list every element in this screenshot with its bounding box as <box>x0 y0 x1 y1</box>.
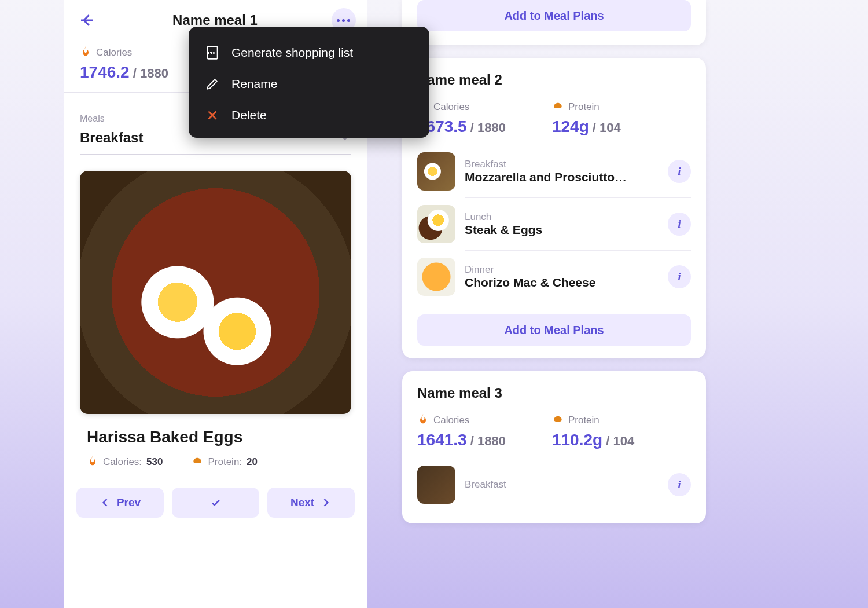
menu-delete[interactable]: Delete <box>203 100 415 131</box>
flame-icon <box>417 413 429 427</box>
next-label: Next <box>290 496 314 509</box>
prev-label: Prev <box>117 496 141 509</box>
protein-stat: Protein 124g / 104 <box>552 100 621 136</box>
meal-name: Steak & Eggs <box>465 223 659 237</box>
calories-denom: / 1880 <box>130 66 168 80</box>
info-button[interactable]: i <box>668 473 691 496</box>
menu-rename[interactable]: Rename <box>203 68 415 100</box>
recipe-cal-label: Calories: <box>103 456 142 468</box>
prev-button[interactable]: Prev <box>76 488 164 518</box>
flame-icon <box>80 45 91 60</box>
recipe-pro-label: Protein: <box>208 456 242 468</box>
add-to-meal-plans-button[interactable]: Add to Meal Plans <box>417 0 691 31</box>
calories-label: Calories <box>433 101 469 113</box>
x-icon <box>205 108 220 123</box>
meal-list-item[interactable]: Dinner Chorizo Mac & Cheese i <box>465 250 691 303</box>
meal-plan-card-partial: Add to Meal Plans <box>402 0 706 45</box>
recipe-image <box>80 171 351 414</box>
more-icon <box>337 19 350 22</box>
meal-plan-card: Name meal 2 Calories 1673.5 / 1880 Prote… <box>402 58 706 358</box>
menu-generate-shopping-list[interactable]: PDF Generate shopping list <box>203 37 415 68</box>
chevron-right-icon <box>320 497 332 508</box>
check-icon <box>210 497 222 508</box>
meal-type-label: Breakfast <box>465 159 659 170</box>
protein-icon <box>552 413 564 427</box>
chevron-left-icon <box>100 497 111 508</box>
card-title: Name meal 2 <box>417 72 691 88</box>
meal-type-label: Breakfast <box>465 479 659 490</box>
calories-denom: / 1880 <box>467 120 506 135</box>
flame-icon <box>87 455 98 469</box>
menu-label: Generate shopping list <box>231 46 353 60</box>
meal-type-label: Dinner <box>465 264 659 276</box>
protein-icon <box>552 100 564 114</box>
back-button[interactable] <box>75 9 98 32</box>
add-to-meal-plans-button[interactable]: Add to Meal Plans <box>417 314 691 346</box>
meal-name: Mozzarella and Prosciutto… <box>465 170 659 184</box>
info-icon: i <box>678 166 681 178</box>
meal-thumbnail <box>417 152 455 191</box>
meal-thumbnail <box>417 466 455 504</box>
meal-type-label: Lunch <box>465 211 659 223</box>
protein-denom: / 104 <box>602 434 634 448</box>
svg-text:PDF: PDF <box>208 50 217 56</box>
recipe-cal-value: 530 <box>146 456 163 468</box>
info-icon: i <box>678 271 681 283</box>
calories-denom: / 1880 <box>467 434 506 448</box>
info-button[interactable]: i <box>668 160 691 183</box>
calories-stat: Calories 1746.2 / 1880 <box>80 45 168 82</box>
calories-stat: Calories 1673.5 / 1880 <box>417 100 506 136</box>
meal-detail-screen: Name meal 1 Calories 1746.2 / 1880 Meal <box>64 0 367 608</box>
meal-name: Chorizo Mac & Cheese <box>465 276 659 290</box>
meal-list-item[interactable]: Breakfast Mozzarella and Prosciutto… i <box>417 145 691 197</box>
protein-stat: Protein 110.2g / 104 <box>552 413 634 449</box>
info-button[interactable]: i <box>668 213 691 236</box>
calories-value: 1641.3 <box>417 431 467 449</box>
confirm-button[interactable] <box>172 488 259 518</box>
protein-value: 124g <box>552 118 589 135</box>
calories-stat: Calories 1641.3 / 1880 <box>417 413 506 449</box>
protein-label: Protein <box>568 101 599 113</box>
info-icon: i <box>678 218 681 230</box>
button-label: Add to Meal Plans <box>504 9 604 23</box>
meal-list-item[interactable]: Breakfast i <box>417 459 691 511</box>
page-title: Name meal 1 <box>172 12 258 28</box>
context-menu: PDF Generate shopping list Rename Delete <box>189 27 429 138</box>
protein-denom: / 104 <box>589 120 621 135</box>
calories-value: 1746.2 <box>80 63 130 81</box>
meal-type-value: Breakfast <box>80 130 143 146</box>
meal-list-item[interactable]: Lunch Steak & Eggs i <box>465 197 691 250</box>
meal-thumbnail <box>417 258 455 296</box>
arrow-left-icon <box>78 12 95 29</box>
menu-label: Rename <box>231 77 277 91</box>
info-icon: i <box>678 479 681 491</box>
pdf-icon: PDF <box>205 45 220 60</box>
pencil-icon <box>205 76 220 91</box>
info-button[interactable]: i <box>668 265 691 288</box>
protein-value: 110.2g <box>552 431 602 449</box>
protein-icon <box>192 455 203 469</box>
meal-plan-card: Name meal 3 Calories 1641.3 / 1880 Prote… <box>402 371 706 523</box>
calories-label: Calories <box>96 47 132 58</box>
menu-label: Delete <box>231 108 267 122</box>
calories-label: Calories <box>433 415 469 426</box>
protein-label: Protein <box>568 415 599 426</box>
card-title: Name meal 3 <box>417 385 691 401</box>
recipe-pro-value: 20 <box>247 456 258 468</box>
next-button[interactable]: Next <box>267 488 355 518</box>
button-label: Add to Meal Plans <box>504 324 604 337</box>
recipe-card: Harissa Baked Eggs Calories: 530 Protein… <box>64 414 367 482</box>
meal-thumbnail <box>417 205 455 243</box>
recipe-title: Harissa Baked Eggs <box>87 428 344 446</box>
